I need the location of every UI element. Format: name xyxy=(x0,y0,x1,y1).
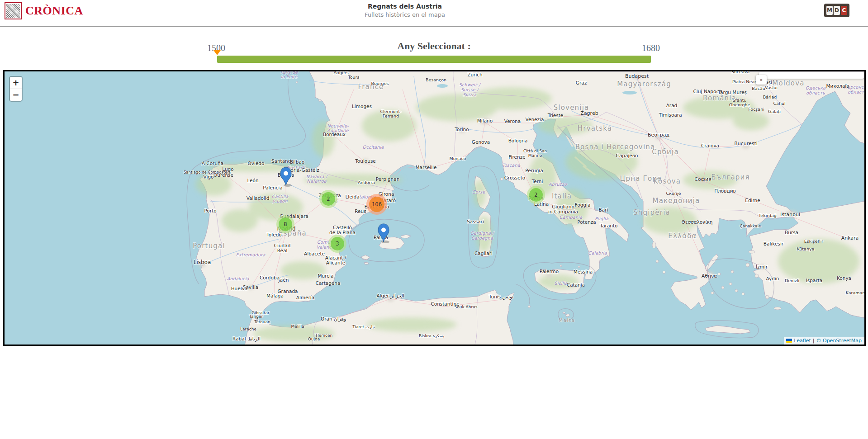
map-label: Миколаїв xyxy=(826,83,849,89)
map-label: Kütahya xyxy=(797,246,815,251)
map-label: Balıkesir xyxy=(764,241,784,246)
map-label: Tétouan xyxy=(254,320,270,324)
map-label: Torino xyxy=(454,127,469,132)
map-label: Београд xyxy=(648,132,670,138)
map-label: Vigo xyxy=(204,174,214,179)
map-label: Србија xyxy=(652,148,679,156)
map-label: Toledo xyxy=(266,232,282,237)
year-slider-handle[interactable] xyxy=(213,50,221,55)
page-subtitle: Fullets històrics en el mapa xyxy=(0,11,810,18)
map-label: Abruzzo xyxy=(549,182,567,187)
map-label: Bacău xyxy=(752,86,765,91)
map-label: Portugal xyxy=(193,242,225,250)
map-label: in Campania xyxy=(548,209,578,214)
map-label: İstanbul xyxy=(780,212,800,217)
timeline-label: Any Seleccionat : xyxy=(0,40,868,52)
expand-panel-button[interactable]: » xyxy=(756,75,767,85)
map-label: Zagreb xyxy=(580,110,598,116)
map-label: Vaslui xyxy=(765,85,778,90)
map-label: Nafarroa xyxy=(307,179,327,184)
map-label: Reus xyxy=(355,208,366,214)
map-label: Alger الجزائر xyxy=(376,293,404,299)
year-slider[interactable] xyxy=(217,56,651,63)
map-label: Real xyxy=(277,248,288,253)
map-label: Calabria xyxy=(588,250,607,255)
cluster-marker[interactable]: 2 xyxy=(319,190,337,208)
map-label: Andorra xyxy=(358,180,375,185)
map-label: Firenze xyxy=(508,154,525,160)
map-label: İzmir xyxy=(756,264,768,269)
cluster-marker[interactable]: 106 xyxy=(366,194,387,215)
map-label: Venezia xyxy=(526,117,544,122)
map-label: Ankara xyxy=(841,235,859,241)
map-label: Huelva xyxy=(231,286,248,291)
svg-text:106: 106 xyxy=(372,201,382,208)
map-label: Verona xyxy=(504,118,521,124)
map-canvas[interactable]: FranceEspañaPortugalItaliaMagyarországRo… xyxy=(3,70,866,346)
map-label: Corse xyxy=(472,189,485,194)
svg-text:2: 2 xyxy=(327,196,330,202)
map-label: Сарајево xyxy=(616,153,638,158)
map-label: Zürich xyxy=(467,72,483,77)
map-label: Trieste xyxy=(547,113,564,118)
leaflet-link[interactable]: Leaflet xyxy=(794,338,811,344)
map-label: de la Plana xyxy=(329,230,356,235)
map-label: България xyxy=(711,173,749,181)
map-label: București xyxy=(734,141,758,146)
cluster-marker[interactable]: 2 xyxy=(527,186,545,204)
map-label: Perugia xyxy=(525,168,543,173)
map-label: Shqipëria xyxy=(633,208,670,217)
collapsed-panel xyxy=(759,72,864,79)
map-label: Potenza xyxy=(577,219,596,225)
map-label: Ελλάδα xyxy=(668,232,697,240)
map-label: Foggia xyxy=(575,202,591,208)
map-label: Oran وهران xyxy=(321,316,346,322)
map-label: Italia xyxy=(552,192,572,200)
map-label: Aydın xyxy=(766,276,779,281)
map-label: Città di San xyxy=(523,149,547,153)
attribution-separator: | xyxy=(813,338,815,344)
map-label: Edirne xyxy=(745,198,760,203)
svg-text:3: 3 xyxy=(336,241,339,247)
map-label: Melilla xyxy=(291,324,304,329)
zoom-in-button[interactable]: + xyxy=(10,77,22,89)
map-label: Biskra بسكرة xyxy=(419,334,444,338)
svg-text:8: 8 xyxy=(284,221,287,227)
map-label: Bilbao xyxy=(290,159,305,165)
map-label: Toulouse xyxy=(355,158,376,164)
map-label: Bârlad xyxy=(763,94,777,99)
cluster-marker[interactable]: 3 xyxy=(328,235,346,253)
map-label: Sicilia xyxy=(554,281,568,286)
map-label: Murcia xyxy=(318,273,334,279)
zoom-out-button[interactable]: − xyxy=(10,89,22,101)
map-label: Suisse / xyxy=(461,87,479,92)
map-label: Timișoara xyxy=(658,112,682,118)
map-label: Marino xyxy=(528,153,542,158)
osm-link[interactable]: © OpenStreetMap xyxy=(816,338,862,344)
map-label: Bari xyxy=(599,207,608,212)
map-label: Alicante xyxy=(326,260,345,265)
map-label: Karaman xyxy=(846,290,864,295)
map-label: Genova xyxy=(472,139,490,145)
mdc-logo[interactable]: M D C xyxy=(824,4,849,17)
timeline-section: 1500 Any Seleccionat : 1680 xyxy=(0,27,868,70)
map-label: Cartagena xyxy=(316,280,341,286)
map-label: Hrvatska xyxy=(578,124,612,132)
map-label: Bosna i Hercegovina xyxy=(575,143,655,151)
map-label: Perpignan xyxy=(376,176,400,182)
map-label: Bursa xyxy=(785,230,798,235)
map-label: Скопје xyxy=(666,191,681,196)
map-label: Tiaret تيارت xyxy=(352,325,375,329)
map-label: Ferrand xyxy=(383,113,399,118)
cluster-marker[interactable]: 8 xyxy=(276,215,294,233)
map-label: София xyxy=(694,176,711,182)
map-label: România xyxy=(703,94,736,102)
map-label: Cagliari xyxy=(474,250,493,256)
map-label: Besançon xyxy=(426,77,446,82)
map-label: Taranto xyxy=(599,223,617,228)
map-label: Lisboa xyxy=(194,259,211,265)
map-label: Angers xyxy=(333,71,348,75)
map-label: Denizli xyxy=(785,278,799,283)
mdc-letter-c: C xyxy=(841,6,847,15)
map-label: Gheorghe xyxy=(729,102,750,107)
